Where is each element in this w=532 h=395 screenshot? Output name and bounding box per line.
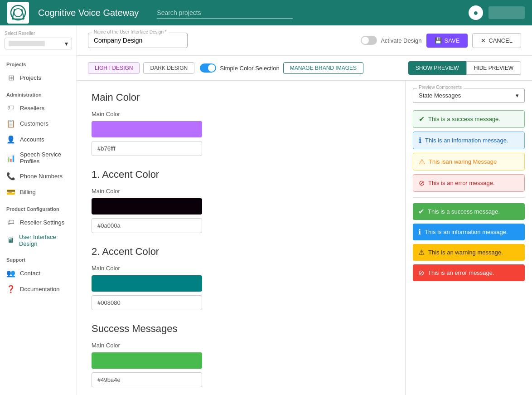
activate-toggle[interactable] [361,36,377,45]
svg-point-1 [14,9,22,17]
accent1-color-sub-label: Main Color [92,188,391,195]
sidebar-item-speech[interactable]: 📊 Speech Service Profiles [0,147,77,168]
msg-info-outline: ℹ This is an information message. [413,132,525,149]
app-body: Select Reseller ▾ Projects ⊞ Projects Ad… [0,25,532,395]
msg-warning-filled: ⚠ This is an warning message. [413,244,525,261]
main-color-section: Main Color Main Color [92,92,391,156]
info-filled-icon: ℹ [418,228,421,236]
projects-icon: ⊞ [6,73,15,82]
sidebar-billing-label: Billing [20,189,36,195]
save-button[interactable]: 💾 SAVE [426,34,468,48]
sidebar-customers-label: Customers [20,120,48,127]
chevron-down-preview-icon: ▾ [516,92,519,99]
contact-icon: 👥 [6,269,15,278]
toggle-blue-knob [208,64,215,72]
search-bar[interactable] [157,7,293,19]
manage-brand-button[interactable]: MANAGE BRAND IMAGES [283,62,363,74]
info-outline-icon: ℹ [419,136,421,145]
msg-warning-outline-text: This isan waring Message [429,158,497,165]
success-color-swatch[interactable] [92,352,202,369]
chevron-down-icon: ▾ [65,40,68,47]
sidebar-item-phone[interactable]: 📞 Phone Numbers [0,168,77,184]
sidebar-item-contact[interactable]: 👥 Contact [0,265,77,281]
main-content: Name of the User Interface Design * Acti… [77,25,532,395]
user-avatar[interactable]: ● [469,5,483,20]
sidebar-item-reseller-settings[interactable]: 🏷 Reseller Settings [0,215,77,230]
success-color-block: Main Color [92,342,391,387]
sidebar-phone-label: Phone Numbers [20,173,63,180]
tab-dark-design[interactable]: DARK DESIGN [143,62,194,74]
msg-success-outline: ✔ This is a success message. [413,110,525,128]
accent2-color-input[interactable] [92,295,202,310]
search-input[interactable] [157,7,293,19]
show-preview-button[interactable]: SHOW PREVIEW [408,61,466,75]
sidebar-projects-label: Projects [20,74,41,81]
top-nav: Cognitive Voice Gateway ● [0,0,532,25]
content-header: Name of the User Interface Design * Acti… [77,25,532,56]
accent1-color-input[interactable] [92,218,202,233]
simple-color-toggle: Simple Color Selection [200,63,280,73]
cancel-label: CANCEL [488,37,513,44]
success-outline-icon: ✔ [419,115,425,123]
reseller-settings-icon: 🏷 [6,218,15,226]
sidebar-contact-label: Contact [20,270,40,277]
show-preview-label: SHOW PREVIEW [416,65,459,71]
nav-right: ● [469,5,525,20]
preview-buttons: SHOW PREVIEW HIDE PREVIEW [408,61,521,75]
accent1-color-title: 1. Accent Color [92,169,391,180]
cancel-button[interactable]: ✕ CANCEL [472,33,521,48]
manage-brand-label: MANAGE BRAND IMAGES [290,65,357,71]
hide-preview-button[interactable]: HIDE PREVIEW [466,61,521,75]
msg-error-filled-text: This is an error message. [428,269,494,276]
speech-icon: 📊 [6,154,15,162]
accent2-color-section: 2. Accent Color Main Color [92,246,391,310]
activate-toggle-group: Activate Design [361,36,421,45]
msg-error-outline: ⊘ This is an error message. [413,174,525,192]
main-color-input[interactable] [92,141,202,156]
app-title: Cognitive Voice Gateway [38,8,139,18]
sidebar-item-accounts[interactable]: 👤 Accounts [0,132,77,147]
accent2-color-swatch[interactable] [92,275,202,292]
sidebar: Select Reseller ▾ Projects ⊞ Projects Ad… [0,25,77,395]
success-color-input[interactable] [92,372,202,387]
accent1-color-section: 1. Accent Color Main Color [92,169,391,233]
simple-color-label: Simple Color Selection [220,65,280,72]
preview-dropdown-label: Preview Components [417,85,464,90]
main-color-swatch[interactable] [92,121,202,137]
preview-dropdown-value-text: State Messages [419,92,461,99]
msg-success-filled: ✔ This is a success message. [413,203,525,220]
toggle-knob [362,37,369,44]
msg-success-filled-text: This is a success message. [428,208,500,215]
accent2-color-sub-label: Main Color [92,265,391,272]
design-name-input[interactable] [94,37,182,44]
tab-light-design[interactable]: LIGHT DESIGN [88,62,140,74]
sidebar-resellers-label: Resellers [20,105,44,112]
msg-error-filled: ⊘ This is an error message. [413,264,525,281]
sidebar-item-billing[interactable]: 💳 Billing [0,184,77,200]
sidebar-documentation-label: Documentation [20,286,59,293]
logo-box [7,2,29,24]
reseller-label: Select Reseller [5,31,72,36]
sidebar-item-documentation[interactable]: ❓ Documentation [0,281,77,297]
accent1-color-swatch[interactable] [92,198,202,215]
simple-color-toggle-switch[interactable] [200,63,216,73]
save-icon: 💾 [435,37,442,44]
msg-warning-outline: ⚠ This isan waring Message [413,153,525,171]
sidebar-speech-label: Speech Service Profiles [20,151,70,165]
nav-placeholder [488,6,525,19]
sidebar-item-projects[interactable]: ⊞ Projects [0,70,77,86]
preview-dropdown[interactable]: State Messages ▾ [419,92,519,99]
sidebar-item-resellers[interactable]: 🏷 Resellers [0,100,77,116]
reseller-placeholder [9,41,45,46]
sidebar-item-ui-design[interactable]: 🖥 User Interface Design [0,230,77,251]
sidebar-item-customers[interactable]: 📋 Customers [0,116,77,132]
tab-dark-label: DARK DESIGN [150,65,188,71]
activate-label: Activate Design [381,37,421,44]
sidebar-reseller-settings-label: Reseller Settings [20,219,64,226]
error-outline-icon: ⊘ [419,179,425,187]
color-panel: Main Color Main Color 1. Accent Color Ma… [77,81,405,395]
msg-info-filled-text: This is an information message. [425,229,508,235]
reseller-dropdown[interactable]: ▾ [5,38,72,49]
warning-outline-icon: ⚠ [419,157,425,166]
main-color-title: Main Color [92,92,391,103]
